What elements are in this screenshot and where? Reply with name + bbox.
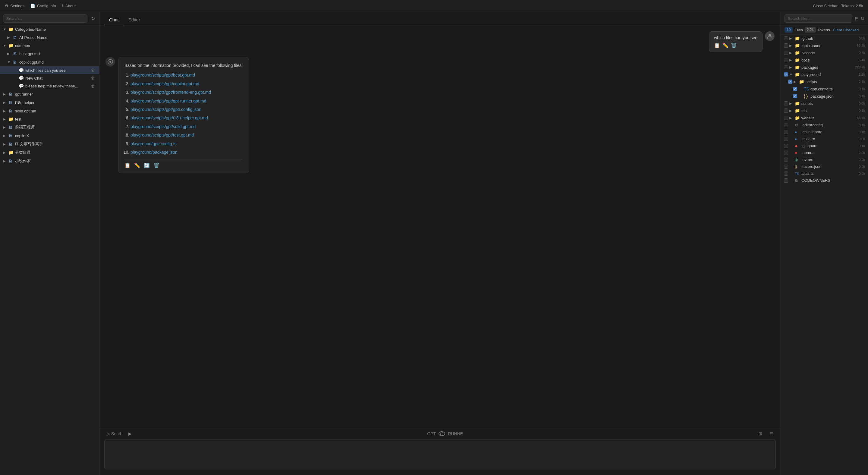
tab-editor[interactable]: Editor (124, 15, 145, 25)
delete-button[interactable]: 🗑 (90, 76, 96, 81)
file-row-eslintignore[interactable]: ● .eslintignore 0.1k (781, 128, 868, 135)
sidebar-item-label: 小说作家 (15, 158, 90, 164)
file-checkbox-eslintrc[interactable] (784, 137, 788, 141)
play-button[interactable]: ▶ (126, 430, 134, 437)
sidebar-item-review-chat[interactable]: 💬 please help me review these... 🗑 (0, 82, 99, 90)
file-link-6[interactable]: playground/scripts/gpt/i18n-helper.gpt.m… (130, 116, 208, 120)
file-link-8[interactable]: playground/scripts/gpt/test.gpt.md (130, 133, 194, 137)
file-link-10[interactable]: playground/package.json (130, 150, 178, 155)
file-link-9[interactable]: playground/gptr.config.ts (130, 141, 177, 146)
file-checkbox-docs[interactable] (784, 58, 788, 62)
file-checkbox-packages[interactable] (784, 65, 788, 69)
file-row-scripts-playground[interactable]: ✓ ▶ 📁 scripts 2.1k (781, 78, 868, 85)
file-checkbox-editorconfig[interactable] (784, 123, 788, 127)
edit-ai-message-button[interactable]: ✏️ (134, 162, 140, 168)
file-row-package-json[interactable]: ✓ { } package.json 0.1k (781, 93, 868, 100)
file-link-3[interactable]: playground/scripts/gpt/frontend-eng.gpt.… (130, 90, 211, 95)
sidebar-item-categories[interactable]: ▼ 📁 Categories-Name (0, 25, 99, 33)
file-row-playground[interactable]: ✓ ▼ 📁 playground 2.2k (781, 71, 868, 78)
copy-ai-message-button[interactable]: 📋 (124, 162, 130, 168)
file-row-scripts-top[interactable]: ▶ 📁 scripts 0.6k (781, 100, 868, 107)
delete-ai-message-button[interactable]: 🗑️ (153, 162, 159, 168)
settings-toolbar-button[interactable]: ⊞ (756, 430, 765, 437)
file-row-eslintrc[interactable]: ● .eslintrc 0.3k (781, 135, 868, 142)
file-checkbox-vscode[interactable] (784, 51, 788, 55)
delete-button[interactable]: 🗑 (90, 84, 96, 88)
file-row-nvmrc[interactable]: ◎ .nvmrc 0.0k (781, 156, 868, 163)
file-link-1[interactable]: playground/scripts/gpt/best.gpt.md (130, 73, 195, 77)
sidebar-item-solid-gpt[interactable]: ▶ 🗎 solid.gpt.md + (0, 107, 99, 115)
sidebar-item-which-files-chat[interactable]: 💬 which files can you see 🗑 (0, 66, 99, 74)
file-link-2[interactable]: playground/scripts/gpt/copilot.gpt.md (130, 82, 199, 86)
file-checkbox-gptr-config[interactable]: ✓ (793, 87, 797, 91)
file-row-codeowners[interactable]: 🗎 CODEOWNERS (781, 177, 868, 184)
file-row-gpt-runner[interactable]: ▶ 📁 .gpt-runner 63.8k (781, 42, 868, 49)
file-row-test[interactable]: ▶ 📁 test 0.1k (781, 107, 868, 114)
file-checkbox-test[interactable] (784, 108, 788, 113)
delete-button[interactable]: 🗑 (90, 68, 96, 73)
file-checkbox-npmrc[interactable] (784, 151, 788, 155)
file-row-vscode[interactable]: ▶ 📁 .vscode 0.4k (781, 49, 868, 56)
file-row-tazerc[interactable]: {} .tazerc.json 0.0k (781, 163, 868, 170)
sidebar-item-i18n-helper[interactable]: ▶ 🗎 i18n helper + (0, 98, 99, 107)
file-row-website[interactable]: ▶ 📁 website 63.7k (781, 114, 868, 122)
file-checkbox-website[interactable] (784, 116, 788, 120)
file-checkbox-scripts[interactable]: ✓ (788, 80, 792, 84)
file-checkbox-package-json[interactable]: ✓ (793, 94, 797, 98)
file-row-gptr-config[interactable]: ✓ TS gptr.config.ts 0.1k (781, 85, 868, 93)
file-row-docs[interactable]: ▶ 📁 docs 6.4k (781, 56, 868, 64)
file-row-gitignore[interactable]: ◆ .gitignore 0.1k (781, 142, 868, 149)
files-search-input[interactable] (784, 14, 852, 23)
regenerate-ai-message-button[interactable]: 🔄 (144, 162, 150, 168)
settings-menu-item[interactable]: ⚙ Settings (5, 4, 24, 8)
sidebar-search-input[interactable] (3, 14, 87, 23)
folder-icon: 📁 (795, 36, 800, 41)
sidebar-item-category-dir[interactable]: ▶ 📁 分类目录 + (0, 148, 99, 157)
refresh-button[interactable]: ↻ (90, 14, 96, 23)
sidebar-item-gpt-runner[interactable]: ▶ 🗎 gpt runner + (0, 90, 99, 98)
file-checkbox-gitignore[interactable] (784, 144, 788, 148)
clear-checked-button[interactable]: Clear Checked (833, 28, 859, 32)
file-checkbox-tazerc[interactable] (784, 164, 788, 169)
close-sidebar-button[interactable]: Close Sidebar (813, 4, 838, 8)
list-toolbar-button[interactable]: ☰ (767, 430, 776, 437)
file-checkbox-codeowners[interactable] (784, 179, 788, 183)
sidebar-item-frontend-engineer[interactable]: ▶ 🗎 前端工程师 + (0, 123, 99, 131)
tab-chat[interactable]: Chat (104, 15, 124, 25)
file-count-badge: 10 (784, 27, 793, 33)
file-name: playground (801, 72, 853, 77)
file-link-4[interactable]: playground/scripts/gpt/gpt-runner.gpt.md (130, 99, 206, 103)
about-menu-item[interactable]: ℹ About (62, 4, 76, 8)
sidebar-item-ai-preset[interactable]: ▶ 🗎 AI-Preset-Name + (0, 33, 99, 41)
file-row-github[interactable]: ▶ 📁 .github 0.8k (781, 35, 868, 42)
sidebar-item-it-writer[interactable]: ▶ 🗎 IT 文章写作高手 + (0, 140, 99, 148)
files-filter-button[interactable]: ⊟ (855, 16, 859, 22)
copy-user-message-button[interactable]: 📋 (714, 42, 720, 48)
sidebar-item-new-chat[interactable]: 💬 New Chat 🗑 (0, 74, 99, 82)
file-checkbox-playground[interactable]: ✓ (784, 72, 788, 76)
file-checkbox-scripts-top[interactable] (784, 101, 788, 105)
sidebar-item-novelist[interactable]: ▶ 🗎 小说作家 + (0, 157, 99, 165)
file-row-packages[interactable]: ▶ 📁 packages 228.2k (781, 64, 868, 71)
edit-user-message-button[interactable]: ✏️ (722, 42, 728, 48)
send-button[interactable]: ▷ Send (104, 430, 124, 437)
sidebar-item-best-gpt[interactable]: ▶ 🗎 best.gpt.md + (0, 50, 99, 58)
file-link-7[interactable]: playground/scripts/gpt/solid.gpt.md (130, 124, 195, 129)
sidebar-item-test[interactable]: ▶ 📁 test (0, 115, 99, 123)
file-row-editorconfig[interactable]: ⚙ .editorconfig 0.1k (781, 122, 868, 128)
file-checkbox-eslintignore[interactable] (784, 130, 788, 134)
sidebar-item-copilotx[interactable]: ▶ 🗎 copilotX + (0, 131, 99, 140)
file-checkbox-nvmrc[interactable] (784, 158, 788, 162)
delete-user-message-button[interactable]: 🗑️ (731, 42, 737, 48)
file-checkbox-github[interactable] (784, 36, 788, 40)
file-link-5[interactable]: playground/scripts/gpt/gptr.config.json (130, 107, 201, 112)
file-checkbox-gpt-runner[interactable] (784, 43, 788, 48)
files-refresh-button[interactable]: ↻ (861, 16, 864, 22)
file-checkbox-alias-ts[interactable] (784, 171, 788, 176)
config-menu-item[interactable]: 📄 Config Info (30, 4, 56, 8)
sidebar-item-copilot-gpt[interactable]: ▼ 🗎 copilot.gpt.md + (0, 58, 99, 66)
file-row-npmrc[interactable]: ■ .npmrc 0.0k (781, 149, 868, 156)
chat-input[interactable] (104, 439, 776, 469)
sidebar-item-common[interactable]: ▼ 📁 common (0, 41, 99, 50)
file-row-alias-ts[interactable]: TS alias.ts 0.2k (781, 170, 868, 177)
